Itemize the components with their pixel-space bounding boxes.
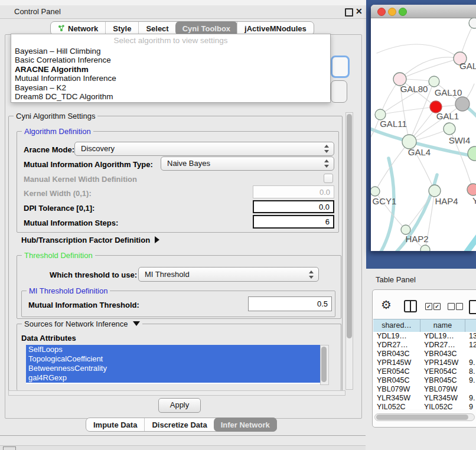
network-node[interactable]: [420, 245, 430, 251]
aracne-mode-combo[interactable]: Discovery: [74, 142, 334, 156]
threshold-definition-title: Threshold Definition: [22, 251, 95, 260]
table-cell: YDR27…: [420, 341, 465, 350]
network-node[interactable]: [455, 97, 470, 111]
tab-style[interactable]: Style: [105, 22, 138, 35]
tab-jactivemnodules[interactable]: jActiveMNodules: [237, 22, 314, 35]
network-window[interactable]: GALGAL80GAL10GAL1GAL11SWI4GAL4GCY1HAP4YH…: [371, 5, 476, 251]
table-cell: YBR045C: [420, 376, 465, 385]
algorithm-option[interactable]: Bayesian – Hill Climbing: [11, 47, 330, 56]
node-label: HAP2: [405, 234, 428, 244]
network-node[interactable]: [468, 146, 476, 161]
table-row[interactable]: YDL19…YDL19…13: [373, 332, 476, 341]
table-hscrollbar[interactable]: [374, 413, 475, 421]
deselect-all-checkbox-icon[interactable]: [448, 303, 455, 310]
application-screen: Control Panel ✕ NetworkStyleSelectCyni T…: [0, 0, 476, 450]
table-cell: YPR145W: [420, 358, 465, 367]
table-cell: YBR043C: [373, 350, 420, 358]
tab-impute-data[interactable]: Impute Data: [86, 418, 144, 431]
tab-label: Network: [68, 24, 98, 33]
tab-infer-network[interactable]: Infer Network: [214, 418, 277, 432]
close-traffic-light[interactable]: [377, 8, 386, 16]
sources-group-title[interactable]: Sources for Network Inference: [22, 319, 142, 328]
table-cell: 9.: [465, 358, 476, 367]
table-row[interactable]: YIL052CYIL052C9: [373, 403, 476, 409]
data-attribute-item[interactable]: gal4RGexp: [26, 373, 320, 383]
algorithm-option[interactable]: Mutual Information Inference: [11, 74, 330, 83]
node-label: GAL11: [380, 119, 407, 129]
table-row[interactable]: YLR345WYLR345W9.: [373, 394, 476, 403]
data-attributes-list[interactable]: SelfLoopsTopologicalCoefficientBetweenne…: [26, 345, 320, 384]
network-node[interactable]: [371, 187, 380, 196]
gear-icon[interactable]: ⚙: [381, 299, 392, 311]
table-header[interactable]: shared… name: [373, 319, 476, 333]
table-cell: YDL19…: [420, 332, 465, 341]
kernel-width-input[interactable]: [253, 185, 334, 198]
tab-select[interactable]: Select: [138, 22, 175, 35]
data-attribute-item[interactable]: SelfLoops: [26, 345, 320, 354]
data-attribute-item[interactable]: TopologicalCoefficient: [26, 354, 320, 364]
network-edge[interactable]: [406, 191, 435, 230]
hub-definition-toggle[interactable]: Hub/Transcription Factor Definition: [21, 236, 159, 244]
tab-discretize-data[interactable]: Discretize Data: [144, 418, 214, 431]
data-attribute-item[interactable]: BetweennessCentrality: [26, 364, 320, 373]
network-edge[interactable]: [380, 107, 436, 115]
deselect-all-checkbox-icon[interactable]: [456, 303, 463, 310]
select-all-checkbox-icon[interactable]: ✓: [425, 303, 432, 310]
algorithm-option[interactable]: ARACNE Algorithm: [11, 65, 330, 74]
settings-vscrollbar[interactable]: [345, 112, 353, 390]
collapsed-panel-icon[interactable]: [3, 446, 16, 450]
manual-kernel-checkbox[interactable]: [324, 174, 333, 183]
apply-button[interactable]: Apply: [158, 398, 201, 413]
which-threshold-combo[interactable]: MI Threshold: [138, 267, 319, 282]
network-edge[interactable]: [400, 58, 460, 79]
algorithm-option[interactable]: Bayesian – K2: [11, 83, 330, 92]
settings-hscrollbar[interactable]: [8, 390, 345, 396]
network-edge[interactable]: [452, 236, 476, 251]
minimize-traffic-light[interactable]: [388, 8, 396, 16]
mi-type-combo[interactable]: Naive Bayes: [161, 156, 334, 171]
network-node[interactable]: [429, 185, 441, 197]
network-node[interactable]: [467, 184, 476, 195]
table-row[interactable]: YBR045CYBR045C9.: [373, 376, 476, 385]
hub-definition-label: Hub/Transcription Factor Definition: [21, 236, 150, 244]
table-row[interactable]: YBL079WYBL079W: [373, 385, 476, 394]
network-canvas[interactable]: GALGAL80GAL10GAL1GAL11SWI4GAL4GCY1HAP4YH…: [371, 18, 476, 251]
network-edge[interactable]: [400, 57, 460, 79]
table-cell: 12: [465, 341, 476, 350]
algorithm-option[interactable]: Basic Correlation Inference: [11, 56, 330, 64]
mi-steps-input[interactable]: [253, 215, 334, 229]
close-icon[interactable]: ✕: [356, 6, 363, 16]
mi-type-value: Naive Bayes: [167, 159, 210, 168]
dpi-tolerance-label: DPI Tolerance [0,1]:: [24, 204, 94, 213]
network-edge[interactable]: [377, 44, 460, 58]
column-header[interactable]: name: [420, 319, 465, 332]
algorithm-dropdown-popup: Select algorithm to view settings Bayesi…: [11, 34, 331, 103]
float-window-icon[interactable]: [345, 8, 353, 17]
network-node[interactable]: [444, 123, 455, 135]
algorithm-option[interactable]: Dream8 DC_TDC Algorithm: [11, 92, 330, 101]
table-row[interactable]: YER054CYER054C8.: [373, 367, 476, 376]
mi-threshold-input[interactable]: [248, 296, 332, 311]
network-node[interactable]: [429, 76, 439, 87]
select-all-checkbox-icon[interactable]: ✓: [433, 303, 441, 310]
manual-kernel-label: Manual Kernel Width Definition: [24, 175, 137, 184]
button-partial[interactable]: [331, 80, 347, 103]
table-row[interactable]: YDR27…YDR27…12: [373, 341, 476, 350]
list-scrollbar[interactable]: [320, 345, 329, 385]
network-node[interactable]: [469, 18, 476, 28]
tab-network[interactable]: Network: [51, 22, 105, 35]
network-node[interactable]: [401, 225, 410, 234]
column-header[interactable]: [465, 319, 476, 332]
network-window-titlebar[interactable]: [371, 5, 476, 18]
column-header[interactable]: shared…: [373, 319, 420, 332]
table-cell: YIL052C: [373, 403, 420, 409]
zoom-traffic-light[interactable]: [399, 8, 407, 16]
kernel-width-label: Kernel Width (0,1):: [24, 189, 92, 198]
table-row[interactable]: YPR145WYPR145W9.: [373, 358, 476, 367]
table-row[interactable]: YBR043CYBR043C: [373, 350, 476, 358]
focused-button-partial[interactable]: [331, 56, 350, 78]
columns-icon[interactable]: [404, 300, 417, 312]
cyni-settings-title: Cyni Algorithm Settings: [14, 112, 97, 120]
dpi-tolerance-input[interactable]: [253, 200, 334, 213]
new-table-icon[interactable]: [469, 300, 476, 314]
